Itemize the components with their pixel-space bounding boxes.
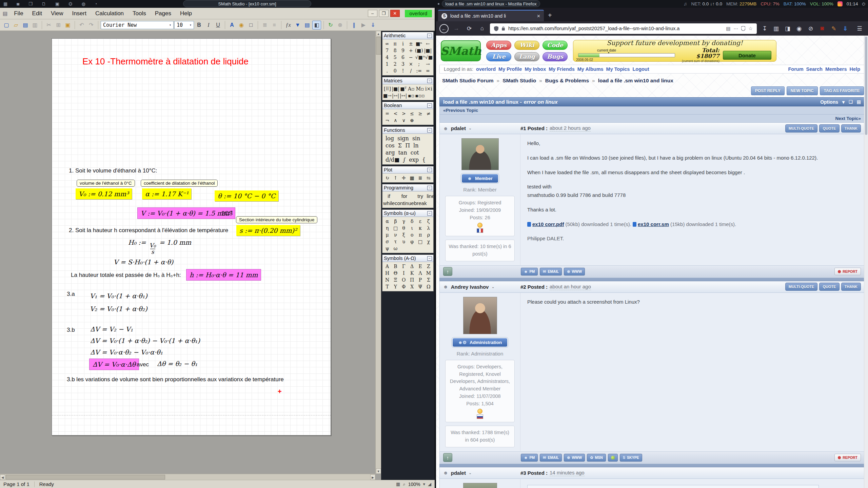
palette-button[interactable]: θ (400, 225, 408, 231)
nav-pill[interactable]: Live (486, 52, 511, 61)
palette-button[interactable]: ≠ (425, 110, 433, 117)
username-link[interactable]: overlord (476, 66, 496, 72)
scroll-right-icon[interactable]: ▶ (370, 474, 375, 480)
palette-button[interactable]: ≣ (416, 175, 424, 181)
palette-button[interactable]: [⠿] (383, 85, 392, 92)
account-icon[interactable]: ◉ (794, 23, 804, 34)
palette-button[interactable]: ln (412, 142, 420, 149)
doc-text[interactable]: 3.a (67, 291, 75, 298)
doc-text[interactable]: 3.b les variations de volume sont bien p… (67, 376, 284, 383)
email-button[interactable]: ✉EMAIL (540, 268, 562, 276)
palette-button[interactable]: π (416, 231, 424, 238)
palette-button[interactable]: / (407, 67, 415, 74)
palette-button[interactable]: d∕d■ (384, 156, 401, 163)
palette-button[interactable]: ; (415, 61, 423, 67)
back-button[interactable]: ← (439, 24, 449, 33)
horizontal-scrollbar[interactable]: ◀ ▶ (0, 474, 375, 480)
quote-button[interactable]: QUOTE (819, 283, 839, 291)
forum-link[interactable]: Search (806, 66, 823, 72)
palette-button[interactable]: ∧ (391, 117, 399, 124)
palette-button[interactable]: − (407, 54, 415, 61)
paste-button[interactable]: ▣ (63, 21, 72, 29)
options-caret-icon[interactable]: ▾ (842, 99, 845, 105)
palette-button[interactable]: × (407, 61, 415, 67)
scrollbar-thumb[interactable] (376, 37, 381, 55)
palette-button[interactable]: □ (416, 238, 424, 245)
post-time[interactable]: 14 minutes ago (550, 470, 585, 476)
palette-button[interactable]: while (383, 200, 395, 207)
library-icon[interactable]: ▥ (771, 23, 781, 34)
new-button[interactable]: ▢ (2, 21, 11, 29)
palette-button[interactable]: ≥ (416, 110, 424, 117)
smath-canvas[interactable]: Ex 10 -Thermomètre à dilatation de liqui… (0, 31, 381, 480)
breadcrumb-item[interactable]: Bugs & Problems (539, 78, 589, 84)
palette-button[interactable]: Χ (408, 283, 416, 290)
reload-button[interactable]: ⟳ (464, 23, 474, 34)
palette-button[interactable]: cos (384, 142, 396, 149)
palette-button[interactable]: break (414, 200, 427, 207)
palette-button[interactable]: υ (400, 238, 408, 245)
palette-button[interactable]: → (423, 61, 433, 67)
palette-button[interactable]: 9 (399, 47, 407, 54)
account-link[interactable]: My Inbox (525, 66, 546, 72)
palette-button[interactable]: try (414, 192, 427, 200)
vertical-scrollbar[interactable]: ▲ ▼ (375, 31, 381, 474)
collapse-icon[interactable]: − (427, 168, 432, 172)
palette-button[interactable]: . (383, 67, 391, 74)
formula-v0[interactable]: V₀ := 0.12 mm³ (76, 188, 132, 199)
nav-pill[interactable]: Apps (486, 41, 511, 50)
palette-button[interactable]: = (383, 110, 391, 117)
doc-text[interactable]: 3.b (67, 327, 75, 333)
formula-dtheta[interactable]: Δθ = θ₂ − θ₁ (157, 360, 197, 367)
pm-button[interactable]: ☻PM (521, 268, 538, 276)
nav-pill[interactable]: Bugs (542, 52, 568, 61)
nav-pill[interactable]: Code (542, 41, 568, 50)
print-topic-icon[interactable]: ❏ (849, 99, 853, 104)
chevron-down-icon[interactable]: ⌄ (491, 285, 494, 289)
post-author[interactable]: pdalet (451, 470, 466, 476)
formula-alpha[interactable]: α := 1.17 K⁻¹ (142, 188, 191, 199)
doc-text[interactable]: 2. Soit la hauteur h correspondant à l'é… (69, 227, 228, 234)
copy-button[interactable]: ⊞ (54, 21, 63, 29)
formula-h0[interactable]: H₀ := V₀s = 1.0 mm (128, 239, 191, 255)
palette-button[interactable]: ι (408, 225, 416, 231)
palette-button[interactable]: { (420, 156, 427, 163)
collapse-icon[interactable]: − (427, 79, 432, 83)
formula-dv4[interactable]: ΔV = V₀·α·Δθ (89, 359, 139, 370)
palette-button[interactable]: Σ (396, 142, 403, 149)
post-author[interactable]: pdalet (451, 125, 466, 131)
palette-button[interactable]: α (383, 218, 391, 225)
palette-button[interactable]: η (383, 225, 391, 231)
cut-button[interactable]: ✂ (44, 21, 53, 29)
menu-item[interactable]: View (46, 8, 68, 19)
palette-button[interactable]: = (423, 67, 433, 74)
formula-dv1[interactable]: ΔV = V₂ − V₁ (90, 325, 133, 333)
avatar[interactable] (463, 483, 497, 488)
palette-button[interactable]: Υ (391, 283, 399, 290)
sidebar-icon[interactable]: ◨ (783, 23, 793, 34)
palette-button[interactable]: τ (391, 238, 399, 245)
side-panel-toggle-button[interactable]: ◧ (312, 21, 321, 29)
chevron-down-icon[interactable]: ⌄ (469, 471, 472, 475)
nav-pill[interactable]: Lang (514, 52, 539, 61)
palette-button[interactable]: ο (408, 231, 416, 238)
annotate-icon[interactable]: ✎ (829, 23, 839, 34)
palette-button[interactable]: Μ (425, 270, 433, 277)
palette-button[interactable]: 8 (391, 47, 399, 54)
palette-button[interactable]: ω (391, 245, 399, 252)
camera-icon[interactable]: ⏣ (68, 1, 72, 6)
palette-button[interactable]: + (407, 47, 415, 54)
palette-button[interactable]: i×i (425, 85, 433, 92)
palette-button[interactable]: Π (408, 277, 416, 283)
nav-pill[interactable]: Wiki (514, 41, 539, 50)
palette-button[interactable]: sign (396, 135, 411, 142)
palette-button[interactable]: ∫ (401, 156, 407, 163)
palette-button[interactable]: Η (383, 270, 391, 277)
undo-button[interactable]: ↶ (77, 21, 86, 29)
palette-button[interactable]: if (383, 192, 395, 200)
palette-button[interactable]: Κ (408, 270, 416, 277)
palette-button[interactable]: β (391, 218, 399, 225)
formula-section[interactable]: s := π·(0.20 mm)² (236, 225, 300, 236)
doc-text[interactable]: avec (137, 361, 149, 368)
palette-button[interactable]: Ν (383, 277, 391, 283)
